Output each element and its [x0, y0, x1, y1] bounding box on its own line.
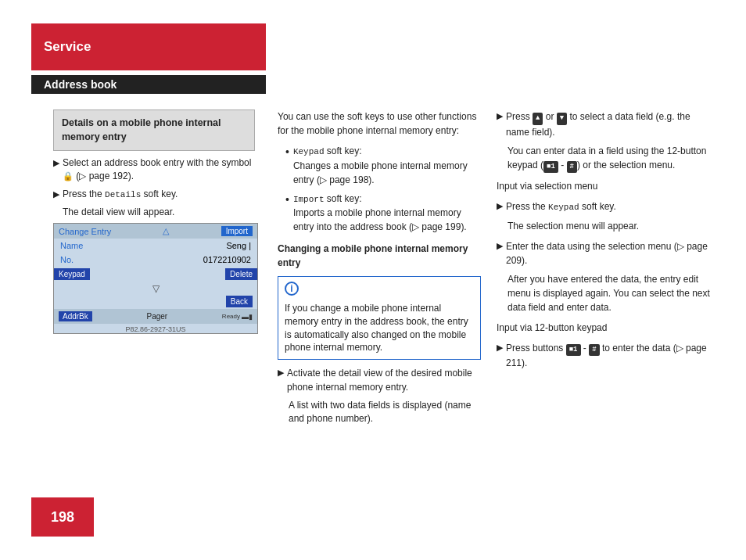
press-keypad-bullet: ▶ Press the Keypad soft key.	[497, 199, 716, 214]
keypad-bullet-text: Keypad soft key:Changes a mobile phone i…	[293, 144, 481, 187]
no-label: No.	[60, 255, 74, 264]
hash-btn: #	[589, 344, 599, 357]
page-number: 198	[51, 509, 74, 526]
keypad-button[interactable]: Keypad	[54, 268, 90, 280]
pager-label: Pager	[146, 312, 167, 321]
import-button[interactable]: Import	[221, 226, 253, 236]
phone-top-title: Change Entry	[59, 227, 111, 236]
bullet-text: Press the Details soft key.	[63, 188, 178, 201]
phone-bottombar: AddrBk Pager Ready ▬▮	[54, 309, 257, 324]
enter-data-selection-text: Enter the data using the selection menu …	[506, 239, 716, 267]
status-area: Ready ▬▮	[222, 313, 253, 321]
bullet-import: • Import soft key:Imports a mobile phone…	[285, 192, 481, 235]
arrow-icon: ▶	[53, 188, 59, 201]
name-label: Name	[60, 241, 83, 250]
address-book-header: Address book	[31, 75, 266, 94]
phone-nav-up: △	[163, 226, 169, 236]
list-item: ▶ Select an address book entry with the …	[53, 156, 255, 183]
bullet-keypad: • Keypad soft key:Changes a mobile phone…	[285, 144, 481, 187]
delete-button[interactable]: Delete	[225, 268, 257, 280]
down-key: ▼	[557, 113, 567, 125]
name-value: Seng |	[226, 241, 251, 250]
phone-screen: Change Entry △ Import Name Seng | No. 01…	[53, 223, 258, 334]
arrow-icon: ▶	[278, 366, 284, 394]
info-text: If you change a mobile phone internal me…	[285, 303, 468, 353]
phone-no-row: No. 0172210902	[54, 253, 257, 267]
addrbook-btn: AddrBk	[59, 311, 92, 321]
list-info-text: A list with two data fields is displayed…	[289, 399, 481, 425]
input-via-selection-label: Input via selection menu	[497, 179, 716, 193]
back-button[interactable]: Back	[226, 296, 253, 307]
activate-text: Activate the detail view of the desired …	[287, 366, 481, 394]
selection-menu-appears: The selection menu will appear.	[507, 219, 716, 233]
phone-middle-row: Keypad Delete	[54, 267, 257, 282]
section-title: Changing a mobile phone internal memory …	[278, 242, 481, 270]
right-column: ▶ Press ▲ or ▼ to select a data field (e…	[497, 109, 716, 375]
service-banner: Service	[31, 23, 266, 70]
page-number-box: 198	[31, 497, 94, 537]
info-icon-wrapper: i	[285, 282, 474, 299]
change-entry-label: Change Entry	[59, 227, 111, 236]
left-bullet-list: ▶ Select an address book entry with the …	[53, 156, 255, 224]
info-block: i If you change a mobile phone internal …	[278, 276, 481, 360]
list-item: ▶ The detail view will appear.	[53, 206, 255, 219]
hash-key: #	[567, 161, 577, 174]
key1-btn: ■1	[566, 344, 581, 357]
info-icon: i	[285, 282, 299, 296]
press-text: Press ▲ or ▼ to select a data field (e.g…	[506, 109, 716, 139]
phone-nav-down: ▽	[54, 282, 257, 296]
arrow-icon: ▶	[497, 109, 503, 139]
section-title-text: Changing a mobile phone internal memory …	[278, 243, 468, 268]
middle-column: You can use the soft keys to use other f…	[278, 109, 481, 430]
activate-bullet: ▶ Activate the detail view of the desire…	[278, 366, 481, 394]
input-via-12btn-label: Input via 12-button keypad	[497, 321, 716, 335]
up-key: ▲	[533, 113, 543, 125]
dot-icon: •	[285, 192, 289, 235]
key1-icon: ■1	[543, 161, 558, 174]
address-book-label: Address book	[44, 78, 117, 91]
enter-data-bullet: ▶ Enter the data using the selection men…	[497, 239, 716, 267]
signal-icon: ▬▮	[242, 313, 253, 321]
arrow-icon: ▶	[53, 157, 59, 183]
phone-caption: P82.86-2927-31US	[54, 325, 257, 333]
nav-down-icon: ▽	[152, 283, 160, 294]
bullet-text: Select an address book entry with the sy…	[63, 156, 255, 183]
service-title: Service	[44, 39, 91, 55]
details-box: Details on a mobile phone internal memor…	[53, 109, 255, 151]
phone-name-row: Name Seng |	[54, 239, 257, 253]
press-buttons-bullet: ▶ Press buttons ■1 - # to enter the data…	[497, 341, 716, 371]
details-box-title: Details on a mobile phone internal memor…	[62, 117, 246, 144]
phone-body-area	[90, 268, 225, 280]
list-item: ▶ Press the Details soft key.	[53, 188, 255, 201]
ready-text: Ready	[222, 313, 240, 320]
arrow-icon: ▶	[497, 341, 503, 371]
intro-text: You can use the soft keys to use other f…	[278, 109, 481, 138]
press-keypad-text: Press the Keypad soft key.	[506, 199, 616, 214]
arrow-icon: ▶	[497, 239, 503, 267]
back-row: Back	[54, 296, 257, 309]
phone-topbar: Change Entry △ Import	[54, 224, 257, 239]
import-bullet-text: Import soft key:Imports a mobile phone i…	[293, 192, 481, 235]
press-arrow-bullet: ▶ Press ▲ or ▼ to select a data field (e…	[497, 109, 716, 139]
after-data-text: After you have entered the data, the ent…	[507, 272, 716, 314]
press-buttons-text: Press buttons ■1 - # to enter the data (…	[506, 341, 716, 371]
enter-data-text: You can enter data in a field using the …	[507, 144, 716, 174]
arrow-icon: ▶	[497, 199, 503, 214]
no-value: 0172210902	[203, 255, 251, 264]
bullet-text: The detail view will appear.	[63, 206, 174, 219]
dot-icon: •	[285, 144, 289, 187]
